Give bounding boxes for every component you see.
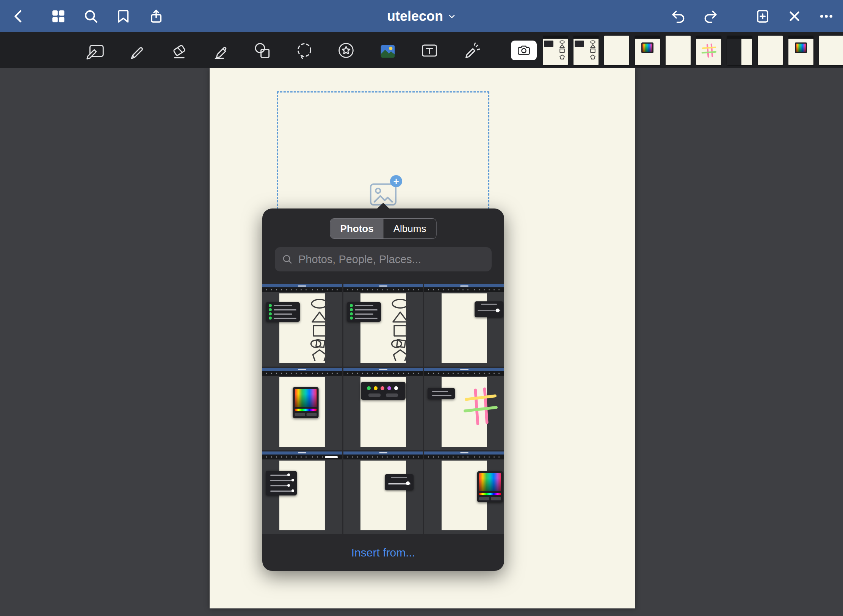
- mini-page: [696, 39, 721, 65]
- mini-menu: [544, 41, 553, 47]
- search-icon: [282, 254, 293, 265]
- mini-shapes: [589, 40, 597, 63]
- mini-chrome-bar: [635, 36, 660, 39]
- chevron-down-icon: [448, 12, 456, 20]
- popup-footer: Insert from...: [262, 534, 504, 571]
- mini-topbar: [424, 284, 504, 287]
- mini-canvas: [424, 376, 504, 450]
- back-chevron-icon: [11, 8, 27, 24]
- mini-page: [573, 39, 599, 65]
- laser-pointer-tool[interactable]: [459, 39, 483, 62]
- close-button[interactable]: [784, 6, 805, 27]
- text-tool[interactable]: [418, 39, 441, 62]
- page-thumbnail[interactable]: [666, 36, 691, 65]
- shapes-tool[interactable]: [251, 39, 274, 62]
- drawn-shapes: [305, 298, 334, 361]
- page-thumbnail[interactable]: [604, 36, 629, 65]
- mini-chrome-bar: [696, 36, 721, 39]
- share-button[interactable]: [146, 6, 167, 27]
- photo-search-input[interactable]: [298, 253, 485, 266]
- page-thumbnails-button[interactable]: [48, 6, 69, 27]
- photo-thumbnail[interactable]: [343, 284, 423, 367]
- pen-tool-icon: [127, 40, 148, 61]
- page-thumbnail[interactable]: [758, 36, 783, 65]
- photo-thumbnail[interactable]: [424, 284, 504, 367]
- mini-menu-overlay: [347, 302, 381, 322]
- page-thumbnail[interactable]: [573, 36, 599, 65]
- mini-canvas: [343, 459, 423, 534]
- mini-chrome-bar: [727, 36, 752, 39]
- page-thumbnail[interactable]: [696, 36, 721, 65]
- pen-tool[interactable]: [126, 39, 149, 62]
- mini-page: [758, 36, 783, 65]
- add-page-button[interactable]: [752, 6, 773, 27]
- insert-from-button[interactable]: Insert from...: [351, 546, 415, 559]
- popup-caret: [377, 203, 390, 209]
- topbar-right-group: [668, 0, 837, 32]
- mini-page: [543, 39, 568, 65]
- mini-canvas: [424, 292, 504, 367]
- add-image-badge[interactable]: +: [390, 175, 402, 187]
- camera-button[interactable]: [511, 41, 537, 60]
- page-thumbnail[interactable]: [543, 36, 568, 65]
- photo-thumbnail[interactable]: [262, 451, 342, 534]
- mini-chrome-bar: [788, 36, 813, 39]
- add-page-icon: [755, 8, 771, 24]
- mini-page: [788, 39, 813, 65]
- photo-thumbnail[interactable]: [343, 451, 423, 534]
- more-options-button[interactable]: [816, 6, 837, 27]
- image-tool[interactable]: [376, 39, 400, 62]
- close-icon: [787, 8, 802, 24]
- elements-star-icon: [335, 40, 357, 61]
- mini-toolbar: [424, 287, 504, 292]
- redo-button[interactable]: [700, 6, 721, 27]
- tool-group: [84, 32, 483, 68]
- photos-popup: Photos Albums Insert from...: [262, 208, 504, 571]
- mini-color-picker-overlay: [477, 471, 503, 502]
- highlighter-tool[interactable]: [209, 39, 233, 62]
- highlighter-tool-icon: [210, 40, 232, 61]
- document-title[interactable]: utelecon: [387, 0, 456, 32]
- page-thumbnail-strip: [543, 32, 843, 68]
- panel-tool[interactable]: [84, 39, 108, 62]
- tab-albums[interactable]: Albums: [384, 219, 436, 238]
- eraser-tool-icon: [169, 40, 190, 61]
- search-icon: [83, 8, 99, 24]
- elements-tool[interactable]: [334, 39, 358, 62]
- photo-thumbnail[interactable]: [262, 368, 342, 450]
- photo-thumbnail[interactable]: [262, 284, 342, 367]
- back-button[interactable]: [8, 6, 30, 27]
- document-title-text: utelecon: [387, 8, 443, 24]
- mini-toolbar-pill: [325, 456, 338, 458]
- page-thumbnail[interactable]: [727, 36, 752, 65]
- photos-albums-segmented-control: Photos Albums: [330, 218, 437, 239]
- photo-thumbnail[interactable]: [424, 368, 504, 450]
- page-thumbnail[interactable]: [788, 36, 813, 65]
- photo-thumbnail[interactable]: [424, 451, 504, 534]
- tab-photos[interactable]: Photos: [331, 219, 384, 238]
- bookmark-button[interactable]: [113, 6, 134, 27]
- mini-toolbar: [424, 455, 504, 459]
- search-button[interactable]: [80, 6, 102, 27]
- photo-thumbnail[interactable]: [343, 368, 423, 450]
- mini-color-dots-overlay: [361, 382, 406, 400]
- mini-page: [727, 39, 752, 65]
- mini-toolbar: [343, 287, 423, 292]
- mini-page: [635, 39, 660, 65]
- mini-menu-overlay: [266, 302, 300, 322]
- laser-pointer-icon: [461, 40, 482, 61]
- top-navigation-bar: utelecon: [0, 0, 843, 32]
- mini-color-picker-overlay: [293, 387, 319, 418]
- mini-topbar: [343, 368, 423, 371]
- mini-page: [604, 36, 629, 65]
- undo-button[interactable]: [668, 6, 689, 27]
- photo-grid: [262, 284, 504, 534]
- mini-toolbar: [343, 455, 423, 459]
- lasso-tool[interactable]: [293, 39, 316, 62]
- mini-toolbar: [262, 287, 342, 292]
- mini-page: [360, 461, 406, 530]
- page-thumbnail[interactable]: [635, 36, 660, 65]
- page-thumbnail[interactable]: [819, 36, 843, 65]
- photo-search-field[interactable]: [275, 247, 492, 271]
- eraser-tool[interactable]: [168, 39, 191, 62]
